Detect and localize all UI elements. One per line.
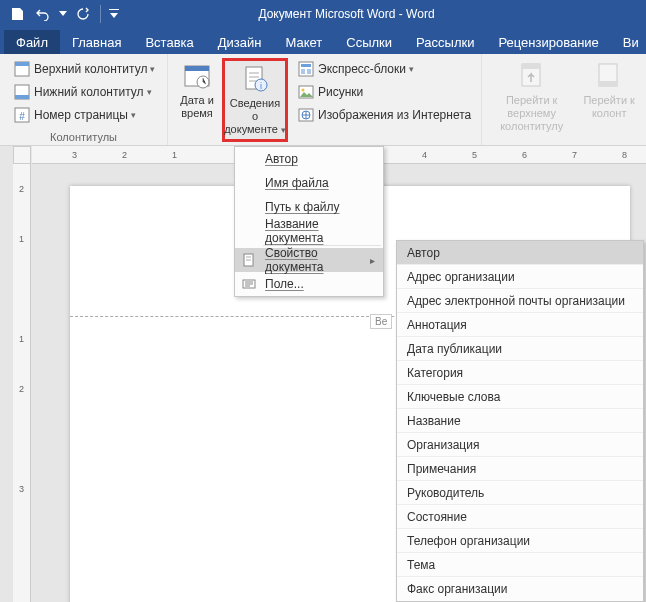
goto-footer-icon <box>593 60 625 92</box>
goto-header-label-2: колонтитулу <box>500 120 563 133</box>
header-button[interactable]: Верхний колонтитул▾ <box>8 58 159 80</box>
pictures-button[interactable]: Рисунки <box>292 81 477 103</box>
ruler-tick: 3 <box>13 484 30 494</box>
undo-dropdown-icon[interactable] <box>58 3 68 25</box>
goto-header-icon <box>516 60 548 92</box>
datetime-button[interactable]: Дата и время <box>172 58 222 122</box>
svg-rect-14 <box>301 69 305 74</box>
window-title: Документ Microsoft Word - Word <box>47 7 646 21</box>
online-pictures-button[interactable]: Изображения из Интернета <box>292 104 477 126</box>
ruler-corner <box>13 146 31 164</box>
goto-footer-label-2: колонт <box>592 107 627 120</box>
caret-icon: ▾ <box>150 64 155 74</box>
svg-rect-7 <box>185 66 209 71</box>
page-number-icon: # <box>14 107 30 123</box>
footer-button[interactable]: Нижний колонтитул▾ <box>8 81 159 103</box>
group-insert: Дата и время i Сведения о документе▾ Экс… <box>168 54 482 145</box>
ruler-tick: 4 <box>422 146 427 163</box>
customize-qat-icon[interactable] <box>107 3 121 25</box>
docprop-submenu: Автор Адрес организации Адрес электронно… <box>396 240 644 602</box>
prop-category[interactable]: Категория <box>397 361 643 385</box>
tab-view-partial[interactable]: Ви <box>611 30 646 54</box>
svg-text:#: # <box>19 111 25 122</box>
header-region-tab: Ве <box>370 314 392 329</box>
quickparts-button[interactable]: Экспресс-блоки▾ <box>292 58 477 80</box>
svg-text:i: i <box>260 81 262 91</box>
prop-abstract[interactable]: Аннотация <box>397 313 643 337</box>
tab-references[interactable]: Ссылки <box>334 30 404 54</box>
svg-rect-15 <box>307 69 311 74</box>
save-icon[interactable] <box>6 3 28 25</box>
quickparts-label: Экспресс-блоки <box>318 62 406 76</box>
tab-home[interactable]: Главная <box>60 30 133 54</box>
menu-field[interactable]: Поле... <box>235 272 383 296</box>
online-pictures-label: Изображения из Интернета <box>318 108 471 122</box>
docprop-icon <box>241 252 257 268</box>
footer-label: Нижний колонтитул <box>34 85 144 99</box>
ribbon-tabs: Файл Главная Вставка Дизайн Макет Ссылки… <box>0 28 646 54</box>
tab-review[interactable]: Рецензирование <box>486 30 610 54</box>
submenu-arrow-icon: ▸ <box>370 255 375 266</box>
ruler-tick: 8 <box>622 146 627 163</box>
page-number-label: Номер страницы <box>34 108 128 122</box>
docinfo-icon: i <box>239 63 271 95</box>
group-label-colontitles: Колонтитулы <box>0 131 167 143</box>
goto-header-button: Перейти к верхнему колонтитулу <box>484 58 579 145</box>
goto-footer-label-1: Перейти к <box>583 94 634 107</box>
caret-icon: ▾ <box>281 125 286 135</box>
prop-status[interactable]: Состояние <box>397 505 643 529</box>
ruler-tick: 1 <box>13 234 30 244</box>
page-number-button[interactable]: # Номер страницы▾ <box>8 104 159 126</box>
tab-layout[interactable]: Макет <box>273 30 334 54</box>
svg-rect-1 <box>15 62 29 66</box>
vertical-ruler[interactable]: 2 1 1 2 3 <box>13 164 31 602</box>
ruler-tick: 1 <box>172 146 177 163</box>
tab-file[interactable]: Файл <box>4 30 60 54</box>
undo-icon[interactable] <box>32 3 54 25</box>
ruler-tick: 6 <box>522 146 527 163</box>
tab-insert[interactable]: Вставка <box>133 30 205 54</box>
prop-manager[interactable]: Руководитель <box>397 481 643 505</box>
prop-author[interactable]: Автор <box>397 241 643 265</box>
footer-icon <box>14 84 30 100</box>
svg-rect-13 <box>301 64 311 67</box>
menu-filepath[interactable]: Путь к файлу <box>235 195 383 219</box>
redo-icon[interactable] <box>72 3 94 25</box>
prop-title[interactable]: Название <box>397 409 643 433</box>
quickparts-icon <box>298 61 314 77</box>
svg-rect-21 <box>522 64 540 69</box>
prop-company-fax[interactable]: Факс организации <box>397 577 643 601</box>
prop-subject[interactable]: Тема <box>397 553 643 577</box>
datetime-icon <box>181 60 213 92</box>
goto-footer-button: Перейти к колонт <box>579 58 639 145</box>
header-icon <box>14 61 30 77</box>
group-colontitles: Верхний колонтитул▾ Нижний колонтитул▾ #… <box>0 54 168 145</box>
online-pictures-icon <box>298 107 314 123</box>
ruler-tick: 2 <box>13 184 30 194</box>
ruler-tick: 2 <box>13 384 30 394</box>
prop-company-address[interactable]: Адрес организации <box>397 265 643 289</box>
prop-company-phone[interactable]: Телефон организации <box>397 529 643 553</box>
tab-design[interactable]: Дизайн <box>206 30 274 54</box>
goto-header-label-1: Перейти к верхнему <box>488 94 575 120</box>
prop-publish-date[interactable]: Дата публикации <box>397 337 643 361</box>
menu-filename[interactable]: Имя файла <box>235 171 383 195</box>
tab-mailings[interactable]: Рассылки <box>404 30 486 54</box>
menu-docname[interactable]: Название документа <box>235 219 383 243</box>
prop-keywords[interactable]: Ключевые слова <box>397 385 643 409</box>
ruler-tick: 5 <box>472 146 477 163</box>
datetime-label-1: Дата и <box>180 94 214 107</box>
ruler-tick: 3 <box>72 146 77 163</box>
docinfo-button[interactable]: i Сведения о документе▾ <box>222 58 288 142</box>
caret-icon: ▾ <box>147 87 152 97</box>
ruler-tick: 2 <box>122 146 127 163</box>
qat-separator <box>100 5 101 23</box>
prop-company[interactable]: Организация <box>397 433 643 457</box>
caret-icon: ▾ <box>409 64 414 74</box>
prop-comments[interactable]: Примечания <box>397 457 643 481</box>
ruler-tick: 1 <box>13 334 30 344</box>
menu-author[interactable]: Автор <box>235 147 383 171</box>
docinfo-label-1: Сведения о <box>229 97 281 123</box>
prop-company-email[interactable]: Адрес электронной почты организации <box>397 289 643 313</box>
menu-docprop[interactable]: Свойство документа ▸ <box>235 248 383 272</box>
